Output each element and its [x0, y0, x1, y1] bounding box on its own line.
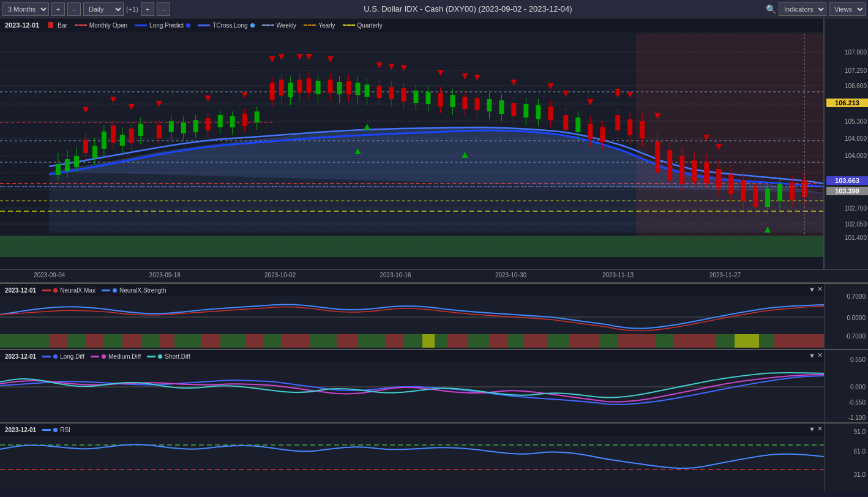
- sub-chart-diff: 2023-12-01 Long.Diff Medium.Diff Short.D…: [0, 349, 868, 422]
- svg-rect-75: [242, 114, 247, 126]
- sub2-dropdown-btn[interactable]: ▼: [809, 351, 815, 359]
- x-label-1127: 2023-11-27: [709, 272, 741, 278]
- svg-rect-80: [307, 78, 312, 93]
- svg-rect-37: [83, 140, 88, 153]
- svg-rect-192: [159, 334, 174, 348]
- sub2-date: 2023-12-01: [5, 353, 36, 360]
- sub3-close-btn[interactable]: ✕: [817, 425, 823, 433]
- svg-rect-140: [575, 118, 580, 132]
- svg-rect-150: [627, 119, 632, 135]
- search-btn[interactable]: 🔍: [766, 4, 776, 14]
- svg-rect-109: [425, 92, 430, 104]
- x-label-1002: 2023-10-02: [264, 272, 296, 278]
- views-select[interactable]: Views: [829, 2, 866, 16]
- svg-rect-59: [157, 125, 162, 138]
- price-102700: 102.700: [845, 205, 867, 212]
- svg-rect-92: [356, 83, 361, 95]
- svg-rect-35: [120, 135, 125, 146]
- x-label-1113: 2023-11-13: [602, 272, 634, 278]
- legend-date: 2023-12-01: [5, 21, 39, 29]
- svg-rect-196: [337, 334, 358, 348]
- svg-rect-163: [692, 160, 697, 182]
- svg-rect-111: [438, 93, 443, 106]
- price-106600: 106.600: [845, 83, 867, 89]
- legend-yearly: Yearly: [304, 22, 335, 29]
- svg-rect-168: [716, 169, 721, 189]
- indicators-select[interactable]: Indicators: [779, 2, 826, 16]
- sub2-shortdiff: Short.Diff: [147, 353, 190, 360]
- svg-rect-66: [193, 120, 198, 132]
- svg-rect-46: [279, 80, 284, 95]
- svg-rect-205: [735, 334, 759, 348]
- svg-rect-159: [667, 150, 672, 181]
- sub2-mediumdiff: Medium.Diff: [91, 353, 141, 360]
- sub2-axis: 0.550 0.000 -0.550 -1.100: [824, 350, 868, 424]
- sub-chart-1-canvas: 2023-12-01 NeuralX.Max NeuralX.Strength …: [0, 284, 824, 349]
- x-label-1030: 2023-10-30: [495, 272, 526, 278]
- svg-rect-130: [523, 104, 528, 118]
- svg-rect-202: [569, 334, 600, 348]
- svg-rect-68: [206, 118, 211, 130]
- svg-rect-171: [728, 174, 733, 194]
- price-highlight-103663: 103.663: [826, 176, 868, 185]
- sub1-neuralxmax-dot: [53, 288, 58, 293]
- sub1-neuralxstrength-dot: [113, 288, 117, 293]
- timeframe-select[interactable]: Daily1 Min5 Min 15 Min1 HourWeekly: [83, 2, 124, 16]
- sub1-neuralxstrength: NeuralX.Strength: [102, 287, 166, 294]
- svg-rect-156: [655, 141, 660, 173]
- svg-rect-39: [111, 125, 116, 143]
- svg-rect-94: [365, 84, 370, 97]
- svg-rect-90: [346, 81, 351, 94]
- sub3-rsi: RSI: [42, 427, 70, 433]
- chart-title: U.S. Dollar IDX - Cash (DXY00) (2023-09-…: [173, 4, 763, 13]
- svg-rect-117: [462, 97, 467, 109]
- sub1-date: 2023-12-01: [5, 287, 36, 294]
- svg-rect-201: [523, 334, 548, 348]
- period-select[interactable]: 3 Months1 Day1 Week 1 Month6 Months1 Yea…: [2, 2, 49, 16]
- legend-quarterly: Quarterly: [343, 22, 383, 29]
- price-104000: 104.000: [845, 152, 867, 159]
- legend-bar: Bar: [47, 21, 67, 29]
- price-107900: 107.900: [845, 49, 867, 56]
- legend-bar: 2023-12-01 Bar Monthly Open Long.Predict…: [0, 18, 823, 32]
- sub2-close-btn[interactable]: ✕: [817, 351, 823, 359]
- price-105300: 105.300: [845, 118, 867, 125]
- legend-monthly-open: Monthly Open: [75, 22, 127, 29]
- svg-rect-33: [102, 132, 107, 149]
- sub3-y-31: 31.0: [854, 471, 866, 478]
- price-axis: 107.900 107.250 106.600 106.213 105.300 …: [824, 18, 868, 269]
- sub-chart-2-canvas: 2023-12-01 Long.Diff Medium.Diff Short.D…: [0, 350, 824, 422]
- sub3-dropdown-btn[interactable]: ▼: [809, 425, 815, 433]
- svg-rect-132: [536, 105, 541, 119]
- shift-sub-btn[interactable]: -: [157, 2, 170, 16]
- sub1-y-07: 0.7000: [847, 293, 866, 300]
- svg-rect-2: [0, 236, 823, 257]
- x-axis: 2023-09-04 2023-09-18 2023-10-02 2023-10…: [0, 269, 868, 283]
- svg-rect-25: [56, 164, 61, 175]
- shift-add-btn[interactable]: +: [141, 2, 154, 16]
- period-sub-btn[interactable]: -: [67, 2, 81, 16]
- svg-rect-189: [49, 334, 67, 348]
- sub1-y-neg07: -0.7000: [845, 333, 866, 340]
- sub1-close-btn[interactable]: ✕: [817, 285, 823, 293]
- sub2-y-055: 0.550: [850, 356, 866, 363]
- svg-rect-165: [704, 162, 709, 183]
- sub3-y-91: 91.0: [854, 428, 866, 435]
- sub1-dropdown-btn[interactable]: ▼: [809, 285, 815, 293]
- svg-rect-134: [548, 106, 553, 120]
- svg-rect-114: [450, 95, 455, 107]
- svg-rect-147: [615, 115, 620, 130]
- svg-rect-194: [245, 334, 263, 348]
- svg-rect-104: [402, 88, 406, 102]
- svg-rect-173: [741, 180, 746, 201]
- sub-chart-3-canvas: 2023-12-01 RSI ▼ ✕: [0, 424, 824, 490]
- svg-rect-197: [386, 334, 404, 348]
- svg-rect-88: [337, 82, 342, 94]
- sub3-axis: 91.0 61.0 31.0: [824, 424, 868, 491]
- main-chart-svg: [0, 18, 823, 269]
- svg-rect-43: [270, 83, 275, 100]
- sub1-legend: 2023-12-01 NeuralX.Max NeuralX.Strength: [0, 284, 824, 296]
- x-label-0918: 2023-09-18: [149, 272, 181, 278]
- period-add-btn[interactable]: +: [51, 2, 65, 16]
- svg-rect-64: [181, 122, 186, 133]
